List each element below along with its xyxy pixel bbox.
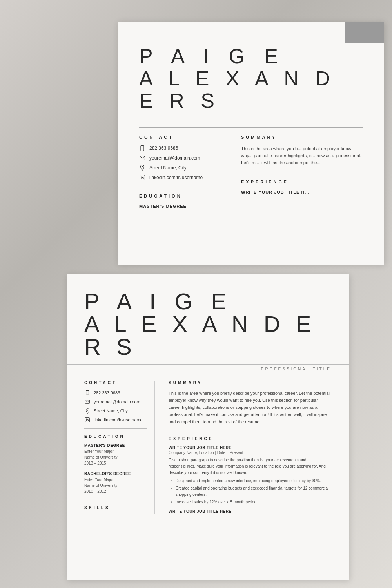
bottom-summary-title: SUMMARY (169, 381, 331, 385)
masters-degree-block: MASTER'S DEGREE Enter Your Major Name of… (84, 443, 147, 466)
email-address: youremail@domain.com (149, 155, 200, 161)
bottom-address: Street Name, City (94, 408, 128, 413)
job1-company: Company Name, Location | Date – Present (169, 450, 331, 455)
bachelors-major: Enter Your Major (84, 477, 147, 483)
masters-university: Name of University (84, 454, 147, 460)
bottom-left-column: CONTACT 282 363 9686 youremai (84, 381, 155, 514)
top-name-section: P A I G E A L E X A N D E R S (118, 22, 384, 120)
bottom-last-name: A L E X A N D E R S (84, 313, 331, 358)
summary-text-top: This is the area where you b... potentia… (241, 145, 363, 167)
top-resume-card: P A I G E A L E X A N D E R S CONTACT 28… (118, 22, 384, 265)
bottom-summary-text: This is the area where you briefly descr… (169, 390, 331, 425)
svg-rect-9 (85, 400, 89, 404)
bottom-location-icon (84, 408, 91, 414)
masters-degree-top: MASTER'S DEGREE (139, 204, 215, 209)
bottom-email: youremail@domain.com (94, 399, 140, 404)
job1-bullet-3: Increased sales by 12% over a 5 month pe… (176, 499, 331, 505)
phone-icon (139, 145, 145, 151)
email-icon (139, 155, 145, 161)
professional-title-text: PROFESSIONAL TITLE (261, 367, 331, 371)
edu-skills-divider (84, 500, 147, 500)
summary-exp-divider-bottom (169, 431, 331, 431)
job1-bullets: Designed and implemented a new interface… (169, 478, 331, 505)
bottom-experience-title: EXPERIENCE (169, 437, 331, 441)
bachelors-university: Name of University (84, 483, 147, 488)
bottom-email-icon (84, 399, 91, 405)
summary-experience-divider (241, 173, 363, 173)
education-section-title-top: EDUCATION (139, 194, 215, 198)
bottom-linkedin-item: linkedin.com/in/username (84, 417, 147, 423)
top-left-column: CONTACT 282 363 9686 youremai (139, 135, 225, 209)
location-icon (139, 165, 145, 171)
bottom-linkedin: linkedin.com/in/username (94, 417, 143, 422)
bottom-phone-item: 282 363 9686 (84, 390, 147, 396)
linkedin-icon (139, 174, 145, 181)
street-address: Street Name, City (149, 165, 187, 171)
job1-bullet-2: Created capital and operating budgets an… (176, 485, 331, 498)
email-contact-item: youremail@domain.com (139, 155, 215, 161)
job1-description: Give a short paragraph to describe the p… (169, 457, 331, 476)
svg-rect-5 (141, 177, 142, 179)
address-contact-item: Street Name, City (139, 165, 215, 171)
top-name-divider (139, 127, 363, 128)
bottom-phone-icon (84, 390, 91, 396)
bottom-phone: 282 363 9686 (94, 390, 120, 395)
masters-years: 2013 – 2015 (84, 460, 147, 466)
svg-point-10 (87, 410, 88, 411)
job1-title: WRITE YOUR JOB TITLE HERE (169, 446, 331, 450)
svg-point-13 (86, 418, 86, 419)
svg-point-6 (141, 176, 142, 176)
bottom-contact-title: CONTACT (84, 381, 147, 385)
job1-bullet-1: Designed and implemented a new interface… (176, 478, 331, 484)
experience-section-title-top: EXPERIENCE (241, 180, 363, 184)
phone-number: 282 363 9686 (149, 145, 178, 151)
top-last-name: A L E X A N D E R S (139, 67, 363, 112)
bottom-resume-card: P A I G E A L E X A N D E R S PROFESSION… (67, 274, 349, 580)
svg-rect-2 (140, 156, 145, 160)
phone-contact-item: 282 363 9686 (139, 145, 215, 151)
bottom-two-col-layout: CONTACT 282 363 9686 youremai (67, 374, 349, 514)
masters-degree-title: MASTER'S DEGREE (84, 443, 147, 448)
contact-education-divider (139, 187, 215, 187)
svg-point-3 (142, 166, 143, 167)
job2-title: WRITE YOUR JOB TITLE HERE (169, 509, 331, 514)
masters-major: Enter Your Major (84, 448, 147, 454)
bottom-name-section: P A I G E A L E X A N D E R S (67, 274, 349, 364)
top-two-col-layout: CONTACT 282 363 9686 youremai (118, 135, 384, 209)
svg-rect-12 (86, 419, 87, 421)
bottom-first-name: P A I G E (84, 290, 331, 313)
top-right-column: SUMMARY This is the area where you b... … (237, 135, 363, 209)
bottom-contact-divider (84, 428, 147, 429)
bottom-email-item: youremail@domain.com (84, 399, 147, 405)
bottom-address-item: Street Name, City (84, 408, 147, 414)
linkedin-url: linkedin.com/in/username (149, 175, 203, 180)
bottom-education-title: EDUCATION (84, 434, 147, 439)
decorative-shape (345, 22, 384, 43)
bachelors-degree-block: BACHELOR'S DEGREE Enter Your Major Name … (84, 472, 147, 494)
professional-title-bar: PROFESSIONAL TITLE (67, 364, 349, 374)
bottom-right-column: SUMMARY This is the area where you brief… (165, 381, 331, 514)
summary-section-title-top: SUMMARY (241, 135, 363, 140)
bachelors-degree-title: BACHELOR'S DEGREE (84, 472, 147, 476)
svg-rect-8 (87, 394, 88, 394)
bottom-linkedin-icon (84, 417, 91, 423)
linkedin-contact-item: linkedin.com/in/username (139, 174, 215, 181)
job-title-top: WRITE YOUR JOB TITLE H... (241, 190, 363, 194)
svg-rect-1 (142, 150, 143, 150)
bachelors-years: 2010 – 2012 (84, 488, 147, 494)
skills-section-title: SKILLS (84, 506, 147, 510)
contact-section-title: CONTACT (139, 135, 215, 140)
top-first-name: P A I G E (139, 45, 363, 67)
